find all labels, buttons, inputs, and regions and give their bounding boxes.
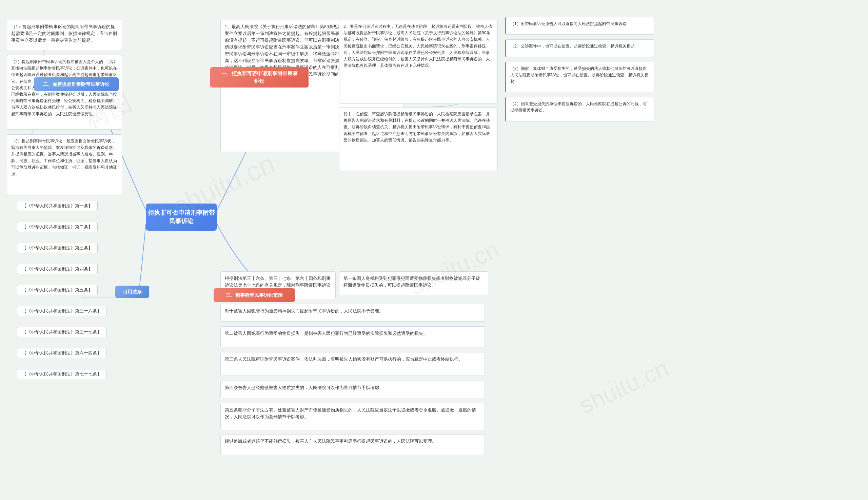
scope-rule4-box: 第三条人民法院审理附带民事诉讼案件，依法判决后，查明被告人确实没有财产可供执行的…: [220, 352, 485, 376]
scope-rule1-text: 第一条因人身权利受到犯罪侵犯而遭受物质损失或者财物被犯罪分子破坏而遭受物质损失的…: [344, 276, 480, 288]
scope-rule3-box: 第二被害人因犯罪行为遭受的物质损失，是指被害人因犯罪行为已经遭受的实际损失和必然…: [220, 326, 485, 347]
watermark-4: shuitu.cn: [575, 354, 673, 419]
law5-label: 【《中华人民共和国刑法》第五条】: [22, 287, 93, 292]
law-node-1: 【《中华人民共和国刑法》第一条】: [17, 201, 98, 211]
topic-right-2: （2）公诉案件中，也可以在侦查、起诉阶段通过检查、起诉机关提起:: [505, 39, 655, 57]
scope-rule3-text: 第二被害人因犯罪行为遭受的物质损失，是指被害人因犯罪行为已经遭受的实际损失和必然…: [225, 331, 428, 336]
content-box-left3: （3）提起刑事附带民事诉讼一般应当提交附带民事诉状，写清有关当事人的情况、案发详…: [7, 134, 122, 195]
topic-right3-text: （3）国家、集体财产遭受损失的，遭受损失的法人或其他组织均可以直接向人民法院提起…: [510, 66, 649, 84]
branch2-label: 二、如何提起刑事附带民事诉讼: [43, 81, 109, 88]
scope-rule7-box: 经过追缴或者退赔仍不能补偿损失，被害人向人民法院民事审判庭另行提起民事诉讼的，人…: [220, 434, 485, 455]
mind-map-canvas: 拒执罪可否申请刑事附带 民事诉讼 一、拒执罪可否申请刑事附带民事诉讼 二、如何提…: [0, 0, 868, 500]
content-box-left2: （2）提起刑事附带民事诉讼的程序被害人是个人的，可以直接向法院提起刑事附带民事诉…: [7, 55, 122, 129]
branch1-label: 一、拒执罪可否申请刑事附带民事诉讼: [221, 70, 298, 85]
content-box-middle-right: 其中，在侦查、审查起诉阶段提起附带民事诉讼的，人民检察院应当记录在案，并将原告人…: [339, 107, 498, 171]
scope-rule6-text: 第五条犯罪分子非法占有、处置被害人财产而使被遭受物质损失的，人民法院应当依法予以…: [225, 408, 476, 419]
law-node-5: 【《中华人民共和国刑法》第五条】: [17, 285, 98, 295]
topic-right-3: （3）国家、集体财产遭受损失的，遭受损失的法人或其他组织均可以直接向人民法院提起…: [505, 62, 655, 92]
law-node-3: 【《中华人民共和国刑法》第三条】: [17, 243, 98, 253]
scope-rule6-box: 第五条犯罪分子非法占有、处置被害人财产而使被遭受物质损失的，人民法院应当依法予以…: [220, 403, 485, 430]
branch-node-4: 引用法条: [115, 286, 149, 298]
branch-node-3: 三、刑事附带民事诉讼范围: [213, 288, 295, 302]
content-left3-text: （3）提起刑事附带民事诉讼一般应当提交附带民事诉状，写清有关当事人的情况、案发详…: [11, 139, 117, 176]
topic-right1-text: （1）附带民事诉讼原告人可以直接向人民法院提起附带民事诉讼:: [510, 21, 628, 26]
scope-rule2-text: 对于被害人因犯罪行为遭受精神损失而提起附带民事诉讼的，人民法院不予受理。: [225, 309, 383, 314]
law-node-8: 【《中华人民共和国刑法》第六十四条】: [17, 348, 106, 358]
content-box-top-right: 2、要是在刑事诉讼过程中，无论是在侦查阶段、起诉阶段还是审判阶段，被害人依法都可…: [339, 20, 498, 104]
scope-rule2-box: 对于被害人因犯罪行为遭受精神损失而提起附带民事诉讼的，人民法院不予受理。: [220, 304, 485, 321]
branch4-label: 引用法条: [123, 288, 142, 295]
content-left1-text: （1）提起刑事附带民事诉讼的期间附带民事诉讼的提起需要满足一定的时间限制。依据法…: [11, 24, 117, 43]
law3-label: 【《中华人民共和国刑法》第三条】: [22, 245, 93, 250]
law-node-9: 【《中华人民共和国刑法》第七十七条】: [17, 369, 106, 379]
topic-right-4: （4）如果遭受损失的单位未提起诉讼的，人民检察院在提起公诉的时候，可以提附带民事…: [505, 97, 655, 122]
content-box-left1: （1）提起刑事附带民事诉讼的期间附带民事诉讼的提起需要满足一定的时间限制。依据法…: [7, 20, 122, 50]
law-node-4: 【《中华人民共和国刑法》第四条】: [17, 264, 98, 274]
law-node-7: 【《中华人民共和国刑法》第三十七条】: [17, 327, 106, 337]
branch-node-2: 二、如何提起刑事附带民事诉讼: [34, 77, 119, 91]
topic-right2-text: （2）公诉案件中，也可以在侦查、起诉阶段通过检查、起诉机关提起:: [510, 44, 636, 48]
topic-right-1: （1）附带民事诉讼原告人可以直接向人民法院提起附带民事诉讼:: [505, 17, 655, 35]
law9-label: 【《中华人民共和国刑法》第七十七条】: [22, 372, 101, 376]
topic-right4-text: （4）如果遭受损失的单位未提起诉讼的，人民检察院在提起公诉的时候，可以提附带民事…: [510, 101, 647, 113]
law4-label: 【《中华人民共和国刑法》第四条】: [22, 266, 93, 271]
law6-label: 【《中华人民共和国刑法》第三十六条】: [22, 308, 101, 314]
scope-rule7-text: 经过追缴或者退赔仍不能补偿损失，被害人向人民法院民事审判庭另行提起民事诉讼的，人…: [225, 439, 436, 444]
law8-label: 【《中华人民共和国刑法》第六十四条】: [22, 350, 101, 355]
scope-rule1-box: 第一条因人身权利受到犯罪侵犯而遭受物质损失或者财物被犯罪分子破坏而遭受物质损失的…: [339, 271, 488, 295]
branch-node-1: 一、拒执罪可否申请刑事附带民事诉讼: [210, 67, 309, 88]
center-node: 拒执罪可否申请刑事附带 民事诉讼: [146, 204, 217, 231]
center-node-label: 拒执罪可否申请刑事附带 民事诉讼: [146, 208, 217, 226]
law7-label: 【《中华人民共和国刑法》第三十七条】: [22, 329, 101, 334]
scope-rule4-text: 第三条人民法院审理附带民事诉讼案件，依法判决后，查明被告人确实没有财产可供执行的…: [225, 357, 463, 362]
law1-label: 【《中华人民共和国刑法》第一条】: [22, 203, 93, 208]
scope-rule5-box: 第四条被告人已经赔偿被害人物质损失的，人民法院可以作为量刑情节予以考虑。: [220, 380, 485, 398]
branch3-label: 三、刑事附带民事诉讼范围: [226, 292, 283, 299]
law-node-2: 【《中华人民共和国刑法》第二条】: [17, 222, 98, 232]
content-top-right-text: 2、要是在刑事诉讼过程中，无论是在侦查阶段、起诉阶段还是审判阶段，被害人依法都可…: [344, 24, 492, 68]
law2-label: 【《中华人民共和国刑法》第二条】: [22, 224, 93, 229]
law-node-6: 【《中华人民共和国刑法》第三十六条】: [17, 306, 106, 316]
content-middle-right-text: 其中，在侦查、审查起诉阶段提起附带民事诉讼的，人民检察院应当记录在案，并将原告人…: [344, 112, 490, 143]
scope-rule5-text: 第四条被告人已经赔偿被害人物质损失的，人民法院可以作为量刑情节予以考虑。: [225, 385, 383, 390]
